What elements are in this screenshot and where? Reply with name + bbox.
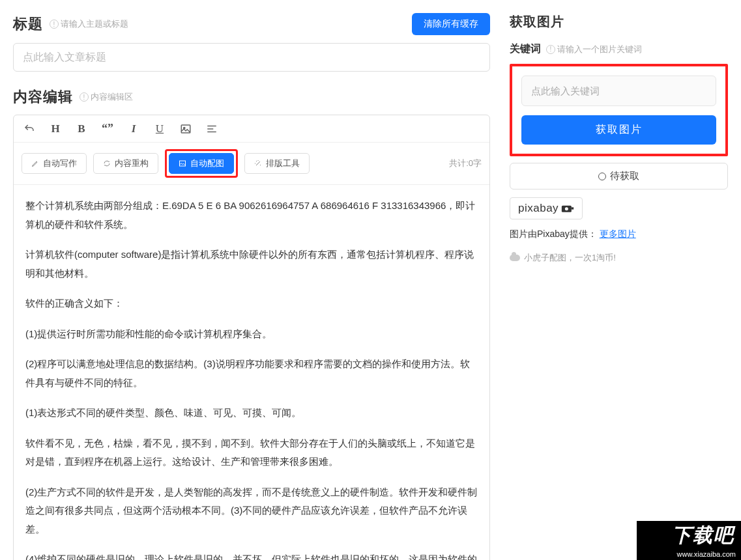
quote-icon[interactable]: “” [101,122,114,135]
more-images-link[interactable]: 更多图片 [600,229,636,239]
circle-icon [598,173,606,180]
keyword-highlight-block: 获取图片 [510,64,728,156]
restructure-button[interactable]: 内容重构 [93,153,158,174]
format-toolbar: H B “” I U [14,115,489,143]
picture-icon [179,160,186,167]
info-icon: ! [546,45,555,54]
heading-icon[interactable]: H [49,122,62,135]
editor-box: H B “” I U 自动写作 内容重构 [13,115,490,560]
provided-row: 图片由Pixabay提供： 更多图片 [510,229,728,240]
keyword-header: 关键词 ! 请输入一个图片关键词 [510,42,728,56]
pencil-icon [31,160,39,167]
paragraph: (4)维护不同的硬件是旧的，理论上软件是旧的，并不坏，但实际上软件也是旧的和坏的… [25,550,478,560]
undo-icon[interactable] [23,123,36,135]
paragraph: 计算机软件(computer software)是指计算机系统中除硬件以外的所有… [25,245,478,283]
title-section-header: 标题 ! 请输入主题或标题 清除所有缓存 [13,13,490,35]
refresh-icon [103,160,111,167]
auto-image-highlight: 自动配图 [165,149,238,178]
paragraph: 整个计算机系统由两部分组成：E.69DA 5 E 6 BA 9062616964… [25,197,478,234]
wand-icon [254,160,262,167]
cloud-icon [510,255,520,261]
content-area[interactable]: 整个计算机系统由两部分组成：E.69DA 5 E 6 BA 9062616964… [14,185,489,560]
word-count: 共计:0字 [449,158,482,169]
watermark: 下载吧 www.xiazaiba.com [637,521,741,560]
layout-tool-button[interactable]: 排版工具 [244,153,310,174]
paragraph: (1)表达形式不同的硬件类型、颜色、味道、可见、可摸、可闻。 [25,404,478,423]
footer-note: 小虎子配图，一次1淘币! [510,252,728,264]
keyword-hint: ! 请输入一个图片关键词 [546,44,642,55]
image-icon[interactable] [179,123,192,135]
watermark-text: 下载吧 [637,521,741,549]
italic-icon[interactable]: I [127,122,140,135]
underline-icon[interactable]: U [153,122,166,135]
keyword-input[interactable] [521,76,716,106]
action-toolbar: 自动写作 内容重构 自动配图 排版工具 共计:0字 [14,143,489,185]
title-hint: ! 请输入主题或标题 [50,18,128,30]
title-label: 标题 [13,14,43,34]
image-panel-header: 获取图片 [510,13,728,31]
auto-write-button[interactable]: 自动写作 [22,153,87,174]
fetch-image-button[interactable]: 获取图片 [521,115,716,145]
svg-rect-8 [572,207,574,209]
content-hint: ! 内容编辑区 [80,91,133,103]
paragraph: (2)生产方式不同的软件是开发，是人类智能的高发挥，而不是传统意义上的硬件制造。… [25,483,478,539]
info-icon: ! [80,92,89,102]
pixabay-badge: pixabay [510,197,583,219]
content-section-header: 内容编辑 ! 内容编辑区 [13,87,490,107]
keyword-label: 关键词 [510,42,541,56]
paragraph: (2)程序可以满意地处理信息的数据结构。(3)说明程序功能要求和程序需要的文档的… [25,355,478,392]
pending-button[interactable]: 待获取 [510,163,728,189]
bold-icon[interactable]: B [75,122,88,135]
auto-image-button[interactable]: 自动配图 [169,153,234,174]
paragraph: (1)提供运行时所需功能和性能的命令或计算机程序集合。 [25,325,478,344]
image-panel-title: 获取图片 [510,13,564,31]
watermark-url: www.xiazaiba.com [637,549,741,559]
article-title-input[interactable] [13,43,490,72]
info-icon: ! [50,20,59,29]
paragraph: 软件的正确含义如下： [25,294,478,313]
content-label: 内容编辑 [13,87,73,107]
svg-point-7 [565,207,568,210]
camera-icon [561,204,574,213]
align-icon[interactable] [205,123,218,135]
paragraph: 软件看不见，无色，枯燥，看不见，摸不到，闻不到。软件大部分存在于人们的头脑或纸上… [25,434,478,471]
clear-cache-button[interactable]: 清除所有缓存 [412,13,490,35]
